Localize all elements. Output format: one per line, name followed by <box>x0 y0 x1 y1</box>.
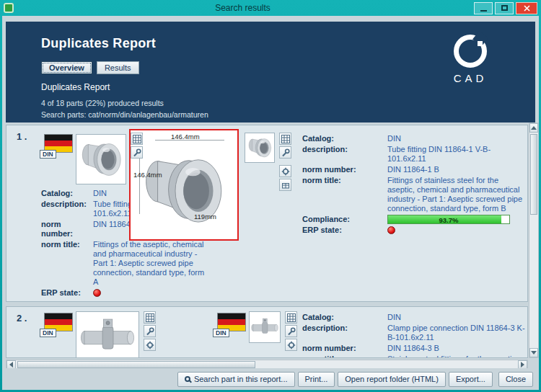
table-view-button[interactable] <box>285 311 297 324</box>
detail-row: norm title: Fittings of the aseptic, che… <box>41 240 211 287</box>
detail-label: Catalog: <box>41 189 93 198</box>
wrench-icon <box>281 148 290 157</box>
settings-button[interactable] <box>279 165 291 177</box>
wrench-icon <box>146 327 154 336</box>
detail-label: norm title: <box>41 240 93 249</box>
detail-value: Fittings of the aseptic, chemical and ph… <box>93 240 208 287</box>
parts-box-button[interactable] <box>279 179 291 191</box>
detail-label: Compliance: <box>302 215 387 224</box>
app-icon <box>4 3 14 13</box>
detail-value: Stainless steel fittings for the aseptic <box>387 355 527 358</box>
scroll-up-button[interactable] <box>529 123 538 133</box>
detail-row: Catalog: DIN <box>302 313 527 322</box>
detail-label: norm title: <box>302 355 387 358</box>
export-button[interactable]: Export... <box>449 372 493 387</box>
duplicate-toolbar <box>285 311 297 351</box>
vertical-scroll-thumb[interactable] <box>530 134 537 215</box>
detail-label: description: <box>41 200 93 209</box>
part-thumbnail[interactable] <box>76 134 126 184</box>
detail-value: DIN 11864-3 B <box>387 344 527 353</box>
duplicate-toolbar <box>279 133 291 191</box>
report-header: Duplicates Report Overview Results Dupli… <box>6 22 535 122</box>
compliance-bar: 93.7% <box>387 215 510 224</box>
dimension-label-top: 146.4mm <box>171 133 200 141</box>
settings-button[interactable] <box>285 339 297 351</box>
open-report-folder-button[interactable]: Open report folder (HTML) <box>338 372 446 387</box>
detail-label: norm number: <box>302 165 387 174</box>
duplicate-part-details: Catalog: DIN description: Tube fitting D… <box>302 134 527 236</box>
arrow-up-icon <box>531 126 537 130</box>
dimension-label-left: 146.4mm <box>133 171 162 179</box>
brand-logo: CAD <box>443 35 498 84</box>
germany-flag-icon: DIN <box>44 134 73 153</box>
detail-value: Clamp pipe connection DIN 11864-3 K-B-10… <box>387 324 527 342</box>
settings-button[interactable] <box>144 339 156 351</box>
tab-overview[interactable]: Overview <box>41 61 92 74</box>
detail-label: description: <box>302 145 387 154</box>
search-results-window: Search results Duplicates Report Overvie… <box>0 0 541 392</box>
window-titlebar: Search results <box>0 0 541 16</box>
table-view-button[interactable] <box>144 311 156 324</box>
thumbnail-toolbar <box>144 311 156 351</box>
germany-flag-icon: DIN <box>44 313 73 331</box>
detail-row: ERP state: <box>302 226 527 235</box>
search-icon <box>185 376 190 382</box>
tab-results[interactable]: Results <box>97 61 139 74</box>
print-button[interactable]: Print... <box>298 372 335 387</box>
grid-icon <box>281 135 290 143</box>
duplicate-thumbnail[interactable] <box>249 311 281 343</box>
detail-label: ERP state: <box>41 288 93 298</box>
detail-label: ERP state: <box>302 226 387 235</box>
entry-index: 2 . <box>17 313 27 324</box>
search-in-report-button[interactable]: Search part in this report... <box>177 372 295 387</box>
detail-row: Catalog: DIN <box>302 134 527 143</box>
duplicate-thumbnail[interactable] <box>245 133 275 163</box>
part-thumbnail[interactable] <box>76 311 139 358</box>
germany-flag-icon: DIN <box>217 313 246 331</box>
table-view-button[interactable] <box>279 133 291 145</box>
tools-button[interactable] <box>131 146 143 159</box>
scroll-down-button[interactable] <box>529 348 538 357</box>
arrow-down-icon <box>531 351 537 355</box>
duplicate-part-details: Catalog: DIN description: Clamp pipe con… <box>302 313 527 358</box>
part-image-large <box>136 146 236 234</box>
result-entry-1: 1 . DIN 146.4mm 146.4mm 119mm <box>6 125 528 302</box>
report-subtitle: Duplicates Report <box>41 82 110 92</box>
gear-icon <box>281 167 290 176</box>
detail-label: norm number: <box>41 220 93 239</box>
report-tabs: Overview Results <box>41 61 139 74</box>
grid-icon <box>133 135 141 143</box>
minimize-icon <box>480 10 487 12</box>
maximize-icon <box>501 5 508 11</box>
tools-button[interactable] <box>279 146 291 159</box>
gear-icon <box>287 341 296 349</box>
detail-row: description: Tube fitting DIN 11864-1 V-… <box>302 145 527 164</box>
detail-label: Catalog: <box>302 313 387 322</box>
erp-status-icon <box>387 226 395 234</box>
grid-icon <box>146 313 154 322</box>
grid-icon <box>287 313 296 322</box>
vertical-scrollbar[interactable] <box>529 122 539 358</box>
close-button[interactable] <box>516 2 537 14</box>
maximize-button[interactable] <box>495 2 514 14</box>
part-image <box>79 137 123 182</box>
minimize-button[interactable] <box>474 2 493 14</box>
tools-button[interactable] <box>144 325 156 337</box>
result-entry-2: 2 . DIN DIN <box>6 306 528 358</box>
arrow-left-icon <box>9 362 13 368</box>
detail-row: norm title: Stainless steel fittings for… <box>302 355 527 358</box>
footer-close-button[interactable]: Close <box>498 372 533 387</box>
part-preview-enlarged[interactable]: 146.4mm 146.4mm 119mm <box>129 129 239 241</box>
tools-button[interactable] <box>285 325 297 337</box>
part-image <box>247 135 273 161</box>
thumbnail-toolbar <box>131 133 143 159</box>
table-view-button[interactable] <box>131 133 143 145</box>
compliance-value: 93.7% <box>388 215 509 225</box>
din-flag-label: DIN <box>40 150 56 159</box>
page-title: Duplicates Report <box>41 36 156 51</box>
detail-label: description: <box>302 324 387 333</box>
detail-row: norm title: Fittings of stainless steel … <box>302 176 527 213</box>
horizontal-scroll-thumb[interactable] <box>17 361 255 368</box>
erp-status-icon <box>93 289 101 297</box>
detail-value: DIN <box>387 313 527 322</box>
